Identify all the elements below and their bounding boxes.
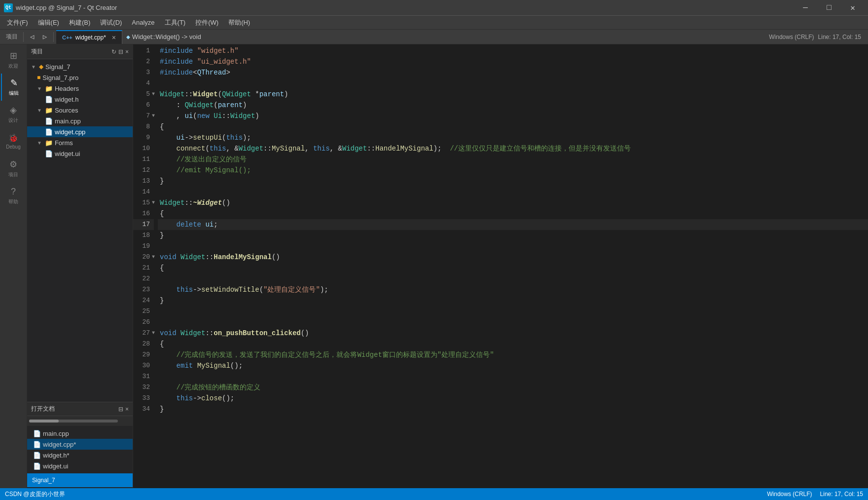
code-token: //发送出自定义的信号 [160,154,247,165]
nav-forward[interactable]: ▷ [39,31,51,43]
menu-controls[interactable]: 控件(W) [190,16,223,30]
code-token: ui [184,111,193,121]
sep2 [53,32,54,42]
tree-item-project[interactable]: ▼ ◆ Signal_7 [27,61,133,72]
sidebar: ⊞ 欢迎 ✎ 编辑 ◈ 设计 🐞 Debug ⚙ 项目 ? 帮助 [0,44,27,488]
ln-34: 34 [133,404,154,415]
sync-icon[interactable]: ↻ [111,48,116,55]
code-token [177,328,181,339]
project-name: Signal_7 [45,63,71,71]
signal-bar: Signal_7 [27,473,133,487]
code-token: ; [214,219,217,230]
scrollbar-thumb[interactable] [29,420,59,423]
filter-icon[interactable]: ⊟ [118,48,123,55]
ln-22: 22 [133,273,154,284]
status-position: Line: 17, Col: 15 [820,491,863,498]
toolbar: 项目 ◁ ▷ C++ widget.cpp* × ◆ Widget::Widge… [0,30,868,44]
menu-help[interactable]: 帮助(H) [223,16,255,30]
close-button[interactable]: ✕ [841,0,864,16]
tab-widget-cpp[interactable]: C++ widget.cpp* × [56,30,122,44]
code-line-6: : QWidget(parent) [158,100,868,111]
menu-analyze[interactable]: Analyze [127,16,159,30]
sidebar-item-debug[interactable]: 🐞 Debug [1,128,26,155]
tree-item-pro[interactable]: ■ Signal_7.pro [27,72,133,83]
code-line-19 [158,241,868,252]
sources-label: Sources [55,107,78,114]
close-panel-icon[interactable]: × [125,48,129,55]
minimize-button[interactable]: — [794,0,817,16]
menu-debug[interactable]: 调试(D) [95,16,127,30]
title-bar: Qt widget.cpp @ Signal_7 - Qt Creator — … [0,0,868,16]
code-token: MySignal [197,360,230,371]
tree-item-sources[interactable]: ▼ 📁 Sources [27,105,133,115]
code-token: (); [230,360,243,371]
tree-item-widget-ui[interactable]: 📄 widget.ui [27,148,133,159]
main-cpp-filename: main.cpp [55,117,81,125]
sidebar-item-design[interactable]: ◈ 设计 [1,101,26,128]
open-docs-header: 打开文档 ⊟ × [27,402,133,416]
tree-item-main-cpp[interactable]: 📄 main.cpp [27,115,133,126]
welcome-icon: ⊞ [10,50,17,61]
sidebar-item-edit[interactable]: ✎ 编辑 [1,74,26,101]
code-token: #include [160,56,197,67]
code-line-25 [158,306,868,317]
tab-close-icon[interactable]: × [112,34,116,41]
sidebar-item-help[interactable]: ? 帮助 [1,182,26,209]
tree-item-widget-h[interactable]: 📄 widget.h [27,94,133,105]
docs-split-icon[interactable]: ⊟ [118,406,123,413]
code-token [160,219,177,230]
code-token: : [160,100,184,111]
fold-btn-15[interactable]: ▼ [150,199,157,206]
open-doc-widget-cpp[interactable]: 📄 widget.cpp* [27,439,133,450]
position-label: Line: 17, Col: 15 [818,34,861,40]
code-token: * [251,89,259,100]
code-token: :: [263,143,272,154]
ln-31: 31 [133,371,154,382]
code-token: :: [205,328,214,339]
welcome-label: 欢迎 [8,63,18,70]
h-file-icon: 📄 [45,96,53,103]
code-line-2: #include "ui_widget.h" [158,56,868,67]
sidebar-item-project[interactable]: ⚙ 项目 [1,155,26,182]
code-token: QThread [197,67,226,78]
menu-edit[interactable]: 编辑(E) [33,16,64,30]
doc-widget-ui-label: widget.ui [43,462,68,470]
tree-item-widget-cpp[interactable]: 📄 widget.cpp [27,126,133,137]
code-token: #include [160,45,197,56]
scroll-bar-area[interactable] [27,416,133,426]
menu-file[interactable]: 文件(F) [2,16,33,30]
fold-btn-5[interactable]: ▼ [150,91,157,98]
code-token: () [222,197,230,208]
open-doc-widget-h[interactable]: 📄 widget.h* [27,450,133,461]
sidebar-item-welcome[interactable]: ⊞ 欢迎 [1,46,26,74]
menu-tools[interactable]: 工具(T) [160,16,191,30]
fold-btn-7[interactable]: ▼ [150,113,157,119]
code-lines[interactable]: #include "widget.h" #include "ui_widget.… [158,44,868,488]
code-container[interactable]: 1 2 3 4 5 6 7 8 9 10 11 12 13 14 15 16 1… [133,44,868,488]
fold-btn-27[interactable]: ▼ [150,330,157,337]
open-doc-main-cpp[interactable]: 📄 main.cpp [27,428,133,439]
fold-btn-20[interactable]: ▼ [150,254,157,261]
tree-item-forms[interactable]: ▼ 📁 Forms [27,137,133,148]
sep1 [23,32,24,42]
code-token: Widget [181,328,205,339]
open-doc-widget-ui[interactable]: 📄 widget.ui [27,461,133,471]
code-token: (); [222,393,234,404]
code-line-1: #include "widget.h" [158,45,868,56]
code-token: //完成按钮的槽函数的定义 [160,382,260,393]
code-token: "ui_widget.h" [197,56,251,67]
code-token: > [226,67,230,78]
code-token: Widget [193,89,217,100]
tree-item-headers[interactable]: ▼ 📁 Headers [27,83,133,94]
code-line-11: //发送出自定义的信号 [158,154,868,165]
code-line-29: //完成信号的发送，发送了我们的自定义信号之后，就会将Widget窗口的标题设置… [158,349,868,360]
code-token: , [160,111,184,121]
code-token: this [177,393,193,404]
menu-build[interactable]: 构建(B) [64,16,95,30]
code-line-18: } [158,230,868,241]
status-right: Windows (CRLF) Line: 17, Col: 15 [767,491,863,498]
nav-back[interactable]: ◁ [26,31,38,43]
maximize-button[interactable]: □ [818,0,840,16]
docs-close-icon[interactable]: × [125,406,129,413]
ln-33: 33 [133,393,154,404]
